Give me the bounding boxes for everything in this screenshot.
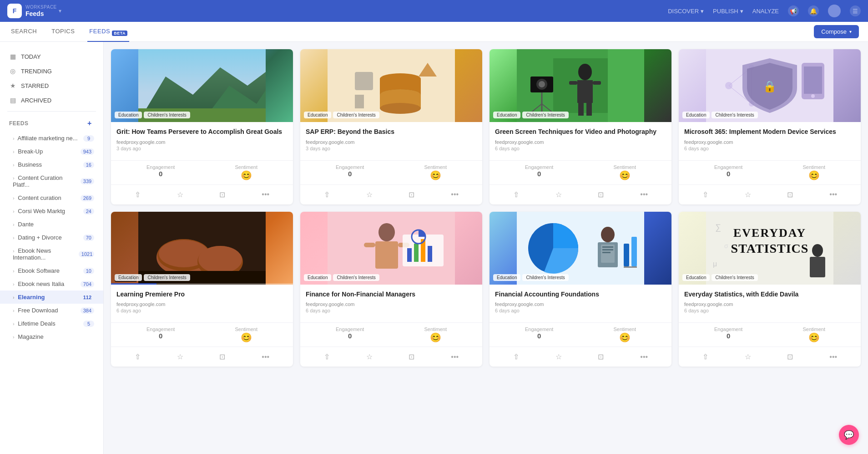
sidebar-feed-content-curation[interactable]: › Content curation 269 xyxy=(0,191,103,204)
archive-button-stat[interactable]: ⊡ xyxy=(783,351,797,363)
engagement-value-gs: 0 xyxy=(525,170,553,178)
sidebar-feed-ebook-news[interactable]: › Ebook News Internation... 1021 xyxy=(0,244,103,264)
more-button-pr[interactable]: ••• xyxy=(258,351,273,363)
tag-education-acc: Education xyxy=(493,274,520,281)
publish-caret-icon: ▾ xyxy=(740,8,743,15)
star-button-gs[interactable]: ☆ xyxy=(552,189,565,201)
sidebar-feed-ebook-italia[interactable]: › Ebook news Italia 704 xyxy=(0,277,103,291)
card-title-greenscreen[interactable]: Green Screen Techniques for Video and Ph… xyxy=(495,128,666,137)
card-title-grit[interactable]: Grit: How Teams Persevere to Accomplish … xyxy=(116,128,288,137)
share-button-stat[interactable]: ⇧ xyxy=(699,351,712,363)
notifications-icon[interactable]: 🔔 xyxy=(808,5,819,16)
star-button-grit[interactable]: ☆ xyxy=(173,189,187,201)
today-icon: ▦ xyxy=(9,53,16,60)
feed-badge-dating: 70 xyxy=(83,235,94,241)
share-button-sap[interactable]: ⇧ xyxy=(320,189,333,201)
sidebar-feed-content-curation-plat[interactable]: › Content Curation Platf... 339 xyxy=(0,171,103,191)
more-button-stat[interactable]: ••• xyxy=(826,351,841,363)
card-time-microsoft: 6 days ago xyxy=(684,146,855,151)
sidebar-feed-breakup[interactable]: › Break-Up 943 xyxy=(0,145,103,158)
card-title-accounting[interactable]: Financial Accounting Foundations xyxy=(495,290,666,299)
sidebar-feed-affiliate[interactable]: › Affiliate marketing ne... 9 xyxy=(0,132,103,145)
share-button-pr[interactable]: ⇧ xyxy=(131,351,144,363)
menu-icon[interactable]: ☰ xyxy=(850,5,861,16)
sidebar-item-today[interactable]: ▦ TODAY xyxy=(0,49,103,64)
megaphone-icon[interactable]: 📢 xyxy=(788,5,799,16)
sidebar-feed-magazine[interactable]: › Magazine xyxy=(0,330,103,343)
tab-search[interactable]: SEARCH xyxy=(9,22,39,42)
more-button-grit[interactable]: ••• xyxy=(258,189,273,200)
sidebar-feed-dante[interactable]: › Dante xyxy=(0,218,103,231)
star-button-acc[interactable]: ☆ xyxy=(552,351,565,363)
card-time-premiere: 6 days ago xyxy=(116,308,288,313)
star-button-ms[interactable]: ☆ xyxy=(741,189,755,201)
more-button-gs[interactable]: ••• xyxy=(636,189,651,200)
svg-point-17 xyxy=(578,64,592,80)
share-button-gs[interactable]: ⇧ xyxy=(510,189,523,201)
card-title-statistics[interactable]: Everyday Statistics, with Eddie Davila xyxy=(684,290,855,299)
sidebar-feed-corsi[interactable]: › Corsi Web Marktg 24 xyxy=(0,204,103,218)
more-button-fin[interactable]: ••• xyxy=(447,351,462,363)
archive-button-fin[interactable]: ⊡ xyxy=(405,351,418,363)
sentiment-value-stat: 😊 xyxy=(802,332,825,343)
discover-nav-link[interactable]: DISCOVER ▾ xyxy=(668,8,704,15)
card-title-finance[interactable]: Finance for Non-Financial Managers xyxy=(306,290,477,299)
feed-caret-icon: › xyxy=(13,136,15,141)
more-button-sap[interactable]: ••• xyxy=(447,189,462,200)
sentiment-metric-grit: Sentiment 😊 xyxy=(235,164,257,181)
archive-button-acc[interactable]: ⊡ xyxy=(594,351,607,363)
top-nav-left: F WORKSPACE Feeds ▾ xyxy=(7,4,61,18)
star-button-pr[interactable]: ☆ xyxy=(173,351,187,363)
sidebar-feed-dating[interactable]: › Dating + Divorce 70 xyxy=(0,231,103,244)
archive-button-pr[interactable]: ⊡ xyxy=(216,351,229,363)
beta-badge: BETA xyxy=(112,31,127,36)
svg-point-10 xyxy=(380,103,421,114)
publish-nav-link[interactable]: PUBLISH ▾ xyxy=(713,8,743,15)
feeds-section-header: FEEDS + xyxy=(0,115,103,132)
sidebar-feed-lifetime-deals[interactable]: › Lifetime Deals 5 xyxy=(0,317,103,330)
card-body-grit: Grit: How Teams Persevere to Accomplish … xyxy=(111,122,293,160)
feed-caret-icon: › xyxy=(13,175,15,181)
share-button-acc[interactable]: ⇧ xyxy=(510,351,523,363)
share-button-grit[interactable]: ⇧ xyxy=(131,189,144,201)
workspace-selector[interactable]: WORKSPACE Feeds ▾ xyxy=(25,5,61,18)
share-button-ms[interactable]: ⇧ xyxy=(699,189,712,201)
chat-bubble-button[interactable]: 💬 xyxy=(839,425,859,445)
sidebar-feed-ebook-software[interactable]: › Ebook Software 10 xyxy=(0,264,103,277)
sentiment-value-ms: 😊 xyxy=(802,170,825,181)
analyze-nav-link[interactable]: ANALYZE xyxy=(752,8,779,15)
sidebar-feed-elearning[interactable]: › Elearning 112 xyxy=(0,291,103,304)
star-button-fin[interactable]: ☆ xyxy=(363,351,376,363)
archive-button-sap[interactable]: ⊡ xyxy=(405,189,418,201)
more-button-acc[interactable]: ••• xyxy=(636,351,651,363)
app-icon[interactable]: F xyxy=(7,4,22,18)
card-source-microsoft: feedproxy.google.com xyxy=(684,139,855,145)
tab-feeds[interactable]: FEEDSBETA xyxy=(87,22,129,42)
avatar[interactable] xyxy=(828,5,841,17)
more-button-ms[interactable]: ••• xyxy=(826,189,841,200)
sidebar-item-trending[interactable]: ◎ TRENDING xyxy=(0,64,103,78)
sidebar-feed-business[interactable]: › Business 16 xyxy=(0,158,103,171)
sidebar-item-archived[interactable]: ▤ ARCHIVED xyxy=(0,93,103,107)
sidebar-label-trending: TRENDING xyxy=(21,68,52,75)
sidebar-feed-free-download[interactable]: › Free Download 384 xyxy=(0,304,103,317)
share-button-fin[interactable]: ⇧ xyxy=(320,351,333,363)
card-body-accounting: Financial Accounting Foundations feedpro… xyxy=(490,285,671,323)
card-actions-premiere: ⇧ ☆ ⊡ ••• xyxy=(111,347,293,367)
archive-button-grit[interactable]: ⊡ xyxy=(216,189,229,201)
add-feed-button[interactable]: + xyxy=(85,119,94,128)
svg-rect-67 xyxy=(631,237,637,266)
star-button-stat[interactable]: ☆ xyxy=(741,351,755,363)
compose-button[interactable]: Compose ▾ xyxy=(814,25,859,38)
archive-button-ms[interactable]: ⊡ xyxy=(783,189,797,201)
tab-topics[interactable]: TOPICS xyxy=(50,22,76,42)
archive-button-gs[interactable]: ⊡ xyxy=(594,189,607,201)
star-button-sap[interactable]: ☆ xyxy=(363,189,376,201)
sidebar-item-starred[interactable]: ★ STARRED xyxy=(0,78,103,93)
svg-rect-18 xyxy=(577,80,593,103)
sub-navigation: SEARCH TOPICS FEEDSBETA Compose ▾ xyxy=(0,22,868,42)
card-title-microsoft[interactable]: Microsoft 365: Implement Modern Device S… xyxy=(684,128,855,137)
card-title-premiere[interactable]: Learning Premiere Pro xyxy=(116,290,288,299)
card-title-sap[interactable]: SAP ERP: Beyond the Basics xyxy=(306,128,477,137)
engagement-value-ms: 0 xyxy=(714,170,742,178)
